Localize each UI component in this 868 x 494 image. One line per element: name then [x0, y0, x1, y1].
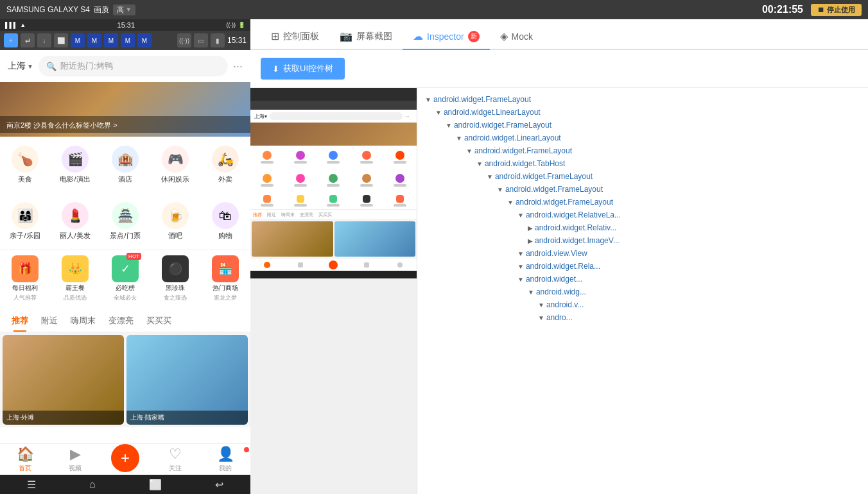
tab-beauty[interactable]: 变漂亮 [102, 310, 140, 332]
category-leisure[interactable]: 🎮 休闲娱乐 [150, 142, 200, 188]
category-scenic[interactable]: 🏯 景点/门票 [100, 198, 150, 244]
preview-nav-fab [317, 260, 351, 269]
app-content: 上海 ▼ 🔍 附近热门:烤鸭 ··· 南京2楼 沙县食么什么标签小吃界 > [0, 50, 250, 443]
featured-musteat[interactable]: ✓ HOT 必吃榜 全城必去 [100, 253, 150, 305]
nav-home[interactable]: 🏠 首页 [0, 446, 50, 473]
location-selector[interactable]: 上海 ▼ [8, 60, 33, 72]
tree-node-13[interactable]: ▼ android.widget.Rela... [417, 260, 868, 273]
fetch-ui-tree-button[interactable]: ⬇ 获取UI控件树 [261, 58, 345, 80]
search-bar[interactable]: 🔍 附近热门:烤鸭 [39, 56, 228, 76]
fab-add-button[interactable]: + [111, 444, 139, 472]
category-food[interactable]: 🍗 美食 [0, 142, 50, 188]
banner-text: 南京2楼 沙县食么什么标签小吃界 > [0, 116, 250, 133]
more-options-icon[interactable]: ··· [233, 60, 243, 73]
leisure-icon: 🎮 [162, 146, 189, 173]
tree-node-8[interactable]: ▼ android.widget.FrameLayout [417, 196, 868, 209]
phone-panel: ▌▌▌ ▲ 15:31 ((·)) 🔋 + ⇄ ↓ ⬜ M M M M M ((… [0, 19, 250, 494]
nav-follow[interactable]: ♡ 关注 [150, 446, 200, 473]
tree-node-4[interactable]: ▼ android.widget.FrameLayout [417, 144, 868, 157]
content-grid: 上海·外滩 上海·陆家嘴 [0, 332, 250, 427]
tree-node-6[interactable]: ▼ android.widget.FrameLayout [417, 170, 868, 183]
nav-profile[interactable]: 👤 我的 [200, 446, 250, 473]
tab-recommend[interactable]: 推荐 [5, 310, 35, 332]
ui-tree-panel[interactable]: ▼ android.widget.FrameLayout ▼ android.w… [417, 88, 868, 494]
tree-node-7[interactable]: ▼ android.widget.FrameLayout [417, 183, 868, 196]
stop-icon: ⏹ [817, 6, 824, 13]
android-menu-button[interactable]: ☰ [27, 479, 36, 491]
tree-node-16[interactable]: ▼ android.v... [417, 298, 868, 311]
preview-cat-2 [284, 146, 317, 169]
toolbar-icon-6[interactable]: M [87, 33, 101, 47]
nav-fab[interactable]: + [100, 444, 150, 475]
toolbar-icon-7[interactable]: M [104, 33, 118, 47]
toolbar-icon-8[interactable]: M [121, 33, 135, 47]
category-shopping[interactable]: 🛍 购物 [200, 198, 250, 244]
toolbar-icon-2[interactable]: ⇄ [21, 33, 35, 47]
tree-node-9[interactable]: ▼ android.widget.RelativeLa... [417, 209, 868, 221]
featured-black-pearl[interactable]: ⚫ 黑珍珠 食之臻选 [150, 253, 200, 305]
category-bar[interactable]: 🍺 酒吧 [150, 198, 200, 244]
tab-mock[interactable]: ◈ Mock [490, 24, 543, 50]
featured-king[interactable]: 👑 霸王餐 品质优选 [50, 253, 100, 305]
tree-node-12[interactable]: ▼ android.view.View [417, 247, 868, 260]
tab-inspector[interactable]: ☁ Inspector 新 [403, 24, 490, 50]
image-caption-1: 上海·外滩 [3, 411, 124, 425]
preview-nav-home [250, 262, 284, 268]
preview-img-2 [334, 221, 416, 257]
toolbar-icon-5[interactable]: M [71, 33, 85, 47]
app-banner[interactable]: 南京2楼 沙县食么什么标签小吃界 > [0, 82, 250, 137]
categories-row-1: 🍗 美食 🎬 电影/演出 🏨 酒店 🎮 休闲娱乐 🛵 外卖 [0, 137, 250, 193]
featured-row: 🎁 每日福利 人气推荐 👑 霸王餐 品质优选 ✓ HOT 必吃榜 全城必去 [0, 250, 250, 310]
android-recent-button[interactable]: ⬜ [149, 479, 162, 491]
content-image-2[interactable]: 上海·陆家嘴 [126, 335, 248, 425]
category-beauty[interactable]: 💄 丽人/美发 [50, 198, 100, 244]
status-icons-right: ((·)) 🔋 [227, 22, 246, 28]
preview-tab-recommend: 推荐 [253, 212, 262, 219]
phone-toolbar: + ⇄ ↓ ⬜ M M M M M ((·)) ▭ ▮ 15:31 [0, 31, 250, 50]
content-image-1[interactable]: 上海·外滩 [3, 335, 124, 425]
tree-node-0[interactable]: ▼ android.widget.FrameLayout [417, 93, 868, 106]
toolbar-icon-4[interactable]: ⬜ [54, 33, 68, 47]
stop-button[interactable]: ⏹ 停止使用 [811, 4, 862, 16]
tree-node-17[interactable]: ▼ andro... [417, 311, 868, 324]
app-preview: 上海▾ ··· [250, 88, 417, 494]
category-hotel[interactable]: 🏨 酒店 [100, 142, 150, 188]
download-icon: ⬇ [272, 64, 279, 74]
expand-arrow-2: ▼ [446, 122, 452, 129]
quality-selector[interactable]: 高 ▼ [113, 4, 135, 15]
tree-node-15[interactable]: ▼ android.widg... [417, 285, 868, 298]
expand-arrow-4: ▼ [466, 148, 473, 155]
expand-arrow-9: ▼ [517, 212, 524, 219]
home-icon: 🏠 [17, 446, 34, 463]
android-home-button[interactable]: ⌂ [89, 479, 96, 490]
toolbar-icon-9[interactable]: M [137, 33, 152, 47]
tree-node-14[interactable]: ▼ android.widget... [417, 273, 868, 285]
system-bar: SAMSUNG GALAXY S4 画质 高 ▼ 00:21:55 ⏹ 停止使用 [0, 0, 868, 19]
battery-icon-toolbar: ▮ [211, 33, 225, 47]
category-delivery[interactable]: 🛵 外卖 [200, 142, 250, 188]
expand-arrow-11: ▶ [528, 237, 533, 244]
tree-node-11[interactable]: ▶ android.widget.ImageV... [417, 234, 868, 247]
category-movie[interactable]: 🎬 电影/演出 [50, 142, 100, 188]
nav-video[interactable]: ▶ 视频 [50, 446, 100, 473]
tab-screenshot[interactable]: 📷 屏幕截图 [329, 24, 403, 50]
tab-control-panel[interactable]: ⊞ 控制面板 [261, 24, 329, 50]
toolbar-icon-1[interactable]: + [4, 33, 18, 47]
beauty-icon: 💄 [62, 202, 89, 229]
toolbar-icon-3[interactable]: ↓ [37, 33, 51, 47]
tree-node-3[interactable]: ▼ android.widget.LinearLayout [417, 132, 868, 144]
preview-nav-follow [350, 262, 383, 268]
tree-node-2[interactable]: ▼ android.widget.FrameLayout [417, 119, 868, 132]
featured-hotmall[interactable]: 🏪 热门商场 逛龙之梦 [200, 253, 250, 305]
tree-node-10[interactable]: ▶ android.widget.Relativ... [417, 221, 868, 234]
category-kids[interactable]: 👨‍👩‍👧 亲子/乐园 [0, 198, 50, 244]
tab-buy[interactable]: 买买买 [140, 310, 178, 332]
tree-node-1[interactable]: ▼ android.widget.LinearLayout [417, 106, 868, 119]
tree-node-5[interactable]: ▼ android.widget.TabHost [417, 157, 868, 170]
featured-daily[interactable]: 🎁 每日福利 人气推荐 [0, 253, 50, 305]
tab-weekend[interactable]: 嗨周末 [64, 310, 102, 332]
preview-banner [250, 123, 417, 146]
tab-nearby[interactable]: 附近 [35, 310, 64, 332]
tool-area: ⬇ 获取UI控件树 [250, 50, 868, 88]
android-back-button[interactable]: ↩ [215, 479, 223, 491]
